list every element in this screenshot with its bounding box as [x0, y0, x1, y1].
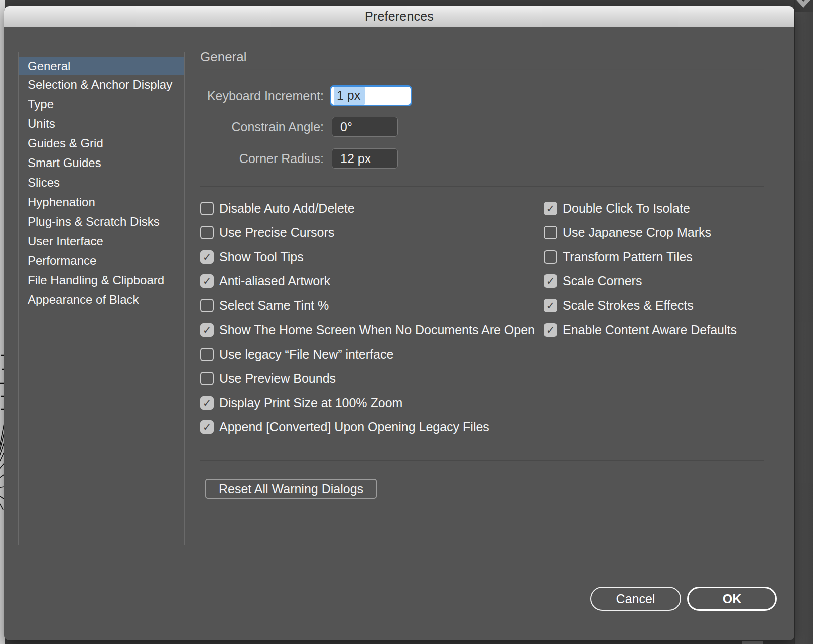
divider [200, 69, 764, 70]
dialog-titlebar[interactable]: Preferences [4, 6, 794, 27]
cancel-button[interactable]: Cancel [590, 587, 681, 611]
divider [200, 460, 764, 461]
checkbox-label: Use Precise Cursors [219, 225, 334, 240]
keyboard-increment-label: Keyboard Increment: [200, 85, 324, 106]
checkbox-row-use-preview-bounds[interactable]: Use Preview Bounds [200, 372, 535, 386]
constrain-angle-value: 0° [340, 120, 352, 134]
sidebar-item-label: Smart Guides [28, 156, 101, 170]
checkbox-row-use-legacy-file-new-interface[interactable]: Use legacy “File New” interface [200, 347, 535, 361]
checkbox-checked-icon[interactable]: ✓ [544, 202, 557, 215]
checkbox-row-show-the-home-screen-when-no-documents-are-open[interactable]: ✓Show The Home Screen When No Documents … [200, 323, 535, 337]
checkbox-label: Transform Pattern Tiles [563, 250, 693, 264]
checkbox-label: Show The Home Screen When No Documents A… [219, 323, 535, 337]
sidebar-item-label: Performance [28, 254, 96, 268]
checkbox-label: Enable Content Aware Defaults [563, 323, 737, 337]
checkbox-label: Scale Corners [563, 274, 642, 288]
sidebar-item-selection-anchor-display[interactable]: Selection & Anchor Display [19, 75, 184, 94]
checkbox-checked-icon[interactable]: ✓ [544, 323, 557, 337]
sidebar-item-general[interactable]: General [19, 57, 184, 75]
checkbox-column-left: Disable Auto Add/DeleteUse Precise Curso… [200, 201, 535, 444]
checkbox-row-show-tool-tips[interactable]: ✓Show Tool Tips [200, 250, 535, 264]
sidebar-item-label: Plug-ins & Scratch Disks [28, 215, 160, 229]
checkbox-unchecked-icon[interactable] [200, 299, 214, 312]
selected-text: 1 px [334, 87, 365, 105]
sidebar-item-label: File Handling & Clipboard [28, 273, 164, 287]
dialog-title: Preferences [365, 9, 434, 24]
checkbox-label: Append [Converted] Upon Opening Legacy F… [219, 420, 489, 434]
sidebar-item-label: Slices [28, 176, 60, 190]
checkbox-checked-icon[interactable]: ✓ [544, 274, 557, 288]
preferences-dialog: Preferences GeneralSelection & Anchor Di… [4, 6, 794, 640]
checkbox-column-right: ✓Double Click To IsolateUse Japanese Cro… [544, 201, 737, 347]
checkbox-row-disable-auto-add-delete[interactable]: Disable Auto Add/Delete [200, 201, 535, 215]
sidebar-item-units[interactable]: Units [19, 114, 184, 133]
sidebar-item-label: Selection & Anchor Display [28, 78, 172, 92]
checkbox-label: Anti-aliased Artwork [219, 274, 330, 288]
checkbox-row-select-same-tint[interactable]: Select Same Tint % [200, 298, 535, 312]
checkbox-checked-icon[interactable]: ✓ [200, 323, 214, 337]
checkbox-checked-icon[interactable]: ✓ [200, 274, 214, 288]
checkbox-unchecked-icon[interactable] [544, 250, 557, 264]
sidebar-item-smart-guides[interactable]: Smart Guides [19, 153, 184, 173]
sidebar-item-file-handling-clipboard[interactable]: File Handling & Clipboard [19, 270, 184, 290]
sidebar-item-plug-ins-scratch-disks[interactable]: Plug-ins & Scratch Disks [19, 212, 184, 231]
chevron-down-icon [796, 0, 811, 8]
ok-button[interactable]: OK [687, 587, 777, 611]
reset-warning-dialogs-button[interactable]: Reset All Warning Dialogs [205, 479, 377, 499]
sidebar-item-label: Type [28, 97, 54, 111]
preferences-category-panel: GeneralSelection & Anchor DisplayTypeUni… [18, 52, 185, 545]
checkbox-label: Use legacy “File New” interface [219, 347, 393, 362]
checkbox-label: Use Preview Bounds [219, 371, 336, 386]
checkbox-row-scale-strokes-effects[interactable]: ✓Scale Strokes & Effects [544, 298, 737, 312]
sidebar-list: GeneralSelection & Anchor DisplayTypeUni… [19, 52, 184, 309]
checkbox-unchecked-icon[interactable] [544, 226, 557, 239]
background-scrollbar-fragment [742, 641, 763, 644]
sidebar-item-appearance-of-black[interactable]: Appearance of Black [19, 290, 184, 309]
checkbox-unchecked-icon[interactable] [200, 348, 214, 361]
constrain-angle-label: Constrain Angle: [200, 117, 324, 137]
checkbox-label: Disable Auto Add/Delete [219, 201, 355, 216]
corner-radius-input[interactable]: 12 px [332, 148, 398, 169]
keyboard-increment-input[interactable]: 1 px [330, 85, 412, 106]
sidebar-item-label: Guides & Grid [28, 136, 103, 150]
sidebar-item-label: User Interface [28, 234, 103, 248]
sidebar-item-label: Units [28, 117, 55, 131]
sidebar-item-hyphenation[interactable]: Hyphenation [19, 192, 184, 212]
section-title: General [200, 49, 247, 65]
sidebar-item-label: Hyphenation [28, 195, 95, 209]
checkbox-row-scale-corners[interactable]: ✓Scale Corners [544, 274, 737, 288]
checkbox-label: Double Click To Isolate [563, 201, 690, 216]
checkbox-row-enable-content-aware-defaults[interactable]: ✓Enable Content Aware Defaults [544, 323, 737, 337]
sidebar-item-user-interface[interactable]: User Interface [19, 231, 184, 251]
checkbox-row-append-converted-upon-opening-legacy-files[interactable]: ✓Append [Converted] Upon Opening Legacy … [200, 420, 535, 434]
sidebar-item-type[interactable]: Type [19, 94, 184, 114]
checkbox-row-use-precise-cursors[interactable]: Use Precise Cursors [200, 226, 535, 240]
background-panel-strip [794, 0, 813, 644]
checkbox-label: Use Japanese Crop Marks [563, 225, 711, 240]
checkbox-label: Scale Strokes & Effects [563, 298, 694, 313]
checkbox-checked-icon[interactable]: ✓ [544, 299, 557, 312]
sidebar-item-guides-grid[interactable]: Guides & Grid [19, 133, 184, 153]
checkbox-label: Select Same Tint % [219, 298, 329, 313]
checkbox-row-display-print-size-at-100-zoom[interactable]: ✓Display Print Size at 100% Zoom [200, 396, 535, 410]
divider [200, 186, 764, 187]
checkbox-label: Display Print Size at 100% Zoom [219, 396, 402, 410]
sidebar-item-performance[interactable]: Performance [19, 251, 184, 270]
checkbox-checked-icon[interactable]: ✓ [200, 396, 214, 410]
constrain-angle-input[interactable]: 0° [332, 117, 398, 137]
checkbox-row-use-japanese-crop-marks[interactable]: Use Japanese Crop Marks [544, 226, 737, 240]
corner-radius-value: 12 px [340, 151, 371, 166]
checkbox-checked-icon[interactable]: ✓ [200, 420, 214, 434]
checkbox-checked-icon[interactable]: ✓ [200, 250, 214, 264]
sidebar-item-label: General [28, 59, 70, 73]
checkbox-unchecked-icon[interactable] [200, 226, 214, 239]
checkbox-row-double-click-to-isolate[interactable]: ✓Double Click To Isolate [544, 201, 737, 215]
corner-radius-label: Corner Radius: [200, 148, 324, 169]
checkbox-row-anti-aliased-artwork[interactable]: ✓Anti-aliased Artwork [200, 274, 535, 288]
sidebar-item-slices[interactable]: Slices [19, 173, 184, 192]
sidebar-item-label: Appearance of Black [28, 293, 139, 307]
checkbox-unchecked-icon[interactable] [200, 372, 214, 385]
checkbox-label: Show Tool Tips [219, 250, 304, 264]
checkbox-row-transform-pattern-tiles[interactable]: Transform Pattern Tiles [544, 250, 737, 264]
checkbox-unchecked-icon[interactable] [200, 202, 214, 215]
